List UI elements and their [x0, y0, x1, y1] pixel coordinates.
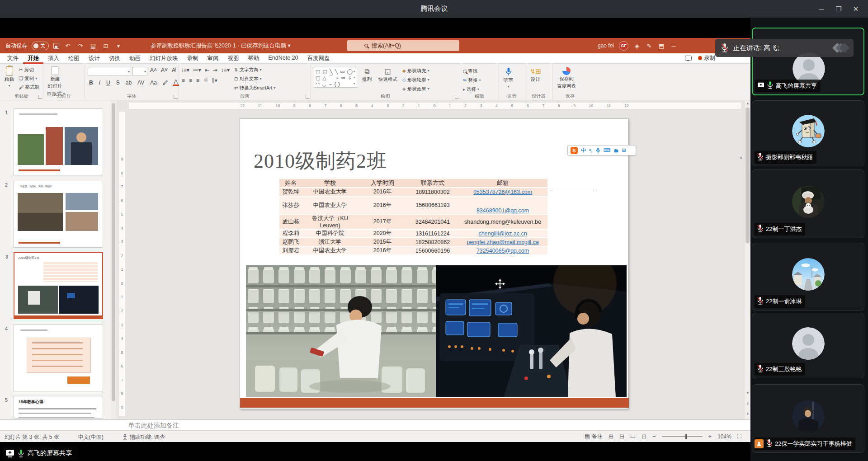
fit-to-window-icon[interactable]: ⛶ — [737, 433, 741, 440]
participant-tile[interactable]: 22制一俞冰琳 — [752, 243, 864, 310]
slide-canvas[interactable]: 2010级制药2班 S 中 ᵒ, ⌨ 🖿 ⊞ 姓名学校入学时间联系方式邮箱贺乾坤… — [240, 118, 628, 409]
numbering-icon[interactable]: ≔▾ — [193, 67, 201, 73]
next-slide-button[interactable]: ⇟ — [745, 412, 750, 416]
shape-effects-button[interactable]: ◈形状效果▾ — [402, 85, 429, 93]
zoom-out-icon[interactable]: − — [652, 433, 656, 440]
close-button[interactable]: ✕ — [847, 0, 864, 18]
ime-toolbox-icon[interactable]: 🖿 — [613, 148, 618, 153]
comments-icon[interactable] — [685, 56, 692, 61]
ime-keyboard-icon[interactable]: ⌨ — [604, 147, 611, 153]
font-name-combo[interactable]: ▾ — [88, 67, 131, 76]
slide-title[interactable]: 2010级制药2班 — [254, 148, 387, 174]
record-button[interactable]: 录制 — [698, 54, 715, 62]
columns-icon[interactable]: ⫼▾ — [212, 77, 217, 84]
tab-绘图[interactable]: 绘图 — [64, 53, 84, 64]
ppt-minimize-icon[interactable]: ─ — [670, 42, 677, 49]
ime-mic-icon[interactable] — [596, 147, 600, 154]
minimize-button[interactable]: ─ — [813, 0, 830, 18]
save-icon[interactable] — [53, 43, 59, 49]
arrange-button[interactable]: ⧉ 排列 — [360, 67, 373, 83]
reading-view-icon[interactable]: ▭ — [630, 433, 636, 440]
maximize-button[interactable]: ❐ — [830, 0, 847, 18]
tab-审阅[interactable]: 审阅 — [203, 53, 223, 64]
shrink-font-button[interactable]: A˅ — [160, 67, 169, 76]
customize-toolbar-icon[interactable]: ▾ — [114, 42, 123, 49]
slide-thumbnail-5[interactable]: 515年教学心得: — [14, 396, 103, 419]
font-button-I[interactable]: I — [98, 80, 102, 86]
language-status[interactable]: 中文(中国) — [78, 433, 104, 441]
shapes-gallery[interactable]: ◳ ◱ ╲ ╲ ▭ ◯ ▢ △ ⌒ ⌁ ⇨ ⇩ ◠ ◡ ⌣ { } ▴▾▾ — [314, 67, 357, 88]
print-preview-icon[interactable]: ▤ — [89, 42, 97, 49]
dialog-launcher-icon[interactable] — [306, 95, 310, 99]
email-link[interactable]: pengfei.zhao@mail.mcgill.ca — [467, 239, 538, 245]
format-painter-button[interactable]: 🖌格式刷 — [19, 83, 39, 91]
email-link[interactable]: 834689001@qq.com — [476, 207, 529, 214]
font-button-AV[interactable]: AV — [136, 80, 146, 86]
font-color-button[interactable]: A — [173, 80, 179, 86]
participant-tile[interactable]: 摄影部副部韦秋丽 — [752, 100, 864, 166]
ime-lang-icon[interactable]: 中 — [581, 147, 586, 154]
slide-thumbnail-2[interactable]: 2韩建普、刘清松、周伟、胡锐云 — [14, 181, 103, 248]
lab-photo[interactable] — [246, 265, 436, 397]
email-link[interactable]: chenglili@ioz.ac.cn — [478, 230, 527, 237]
autosave-toggle[interactable]: 关 — [32, 42, 49, 50]
designer-button[interactable]: ↯⊞ 设计 — [528, 67, 543, 83]
participant-tile[interactable]: 高飞的屏幕共享 — [752, 28, 864, 95]
save-to-baidu-button[interactable]: 保存到百度网盘 — [555, 67, 578, 89]
tab-幻灯片放映[interactable]: 幻灯片放映 — [145, 53, 183, 64]
tab-切换[interactable]: 切换 — [104, 53, 125, 64]
grow-font-button[interactable]: A˄ — [149, 67, 158, 76]
clear-format-button[interactable]: A̸ — [170, 67, 177, 76]
participant-tile[interactable]: 22制一丁洪杰 — [752, 169, 864, 238]
premium-gem-icon[interactable]: ◈ — [633, 42, 641, 49]
highlight-color-button[interactable]: 🖉 — [161, 80, 170, 86]
font-button-ab[interactable]: ab — [124, 80, 133, 86]
document-title[interactable]: 参评副教授职称汇报告高飞2020-1 · 已保存到这台电脑 ▾ — [151, 42, 291, 50]
email-link[interactable]: 0535378726@163.com — [473, 189, 532, 195]
sogou-logo-icon[interactable]: S — [571, 147, 578, 154]
select-button[interactable]: ▸选择▾ — [463, 85, 481, 94]
line-spacing-icon[interactable]: ↕≡▾ — [221, 67, 230, 73]
bullets-icon[interactable]: ⁝≡▾ — [182, 67, 189, 73]
cockpit-photo[interactable] — [436, 265, 627, 397]
tab-开始[interactable]: 开始 — [23, 53, 43, 64]
notes-toggle[interactable]: ▤ 备注 — [585, 433, 603, 440]
shapes-scroll[interactable]: ▴▾▾ — [352, 67, 357, 87]
slide-thumbnail-1[interactable]: 1 — [14, 108, 103, 175]
sogou-ime-toolbar[interactable]: S 中 ᵒ, ⌨ 🖿 ⊞ — [567, 145, 636, 155]
quick-styles-button[interactable]: ◲ 快速样式 — [377, 67, 399, 83]
ime-punct-icon[interactable]: ᵒ, — [589, 148, 593, 153]
align-text-button[interactable]: ⊡对齐文本▾ — [234, 75, 275, 83]
text-direction-button[interactable]: ⇅文字方向▾ — [234, 66, 275, 74]
zoom-level[interactable]: 104% — [717, 433, 731, 440]
accessibility-status[interactable]: 辅助功能: 调查 — [123, 433, 165, 441]
slideshow-icon[interactable]: ⊡ — [102, 42, 110, 49]
email-link[interactable]: 732540065@qq.com — [476, 248, 529, 254]
align-left-icon[interactable]: ≡ — [182, 77, 185, 84]
dialog-launcher-icon[interactable] — [38, 95, 42, 99]
font-button-U[interactable]: U — [105, 80, 112, 86]
font-size-combo[interactable]: ▾ — [132, 67, 147, 76]
redo-icon[interactable]: ↷ — [76, 42, 85, 49]
zoom-slider[interactable] — [662, 436, 703, 437]
align-center-icon[interactable]: ≡ — [189, 77, 192, 84]
shape-fill-button[interactable]: ◆形状填充▾ — [402, 66, 429, 75]
collapse-ribbon-icon[interactable]: ˄ — [740, 155, 742, 160]
indent-icon[interactable]: ⇥ — [213, 67, 217, 73]
outdent-icon[interactable]: ⇤ — [205, 67, 209, 73]
replace-button[interactable]: ⇋替换▾ — [463, 76, 481, 85]
slide-thumbnail-4[interactable]: 4 — [14, 325, 103, 391]
tab-录制[interactable]: 录制 — [183, 53, 203, 64]
slide-thumbnail-3[interactable]: 32010级制药2班 — [14, 252, 103, 319]
participant-tile[interactable]: 22保一学实部实习干事杨梓健 — [752, 384, 864, 453]
laser-pen-icon[interactable]: ✎ — [646, 42, 653, 49]
font-button-B[interactable]: B — [88, 80, 94, 86]
tab-设计[interactable]: 设计 — [84, 53, 104, 64]
dialog-launcher-icon[interactable] — [174, 95, 178, 99]
dialog-launcher-icon[interactable] — [455, 95, 459, 99]
new-slide-button[interactable]: 新建幻灯片 — [46, 66, 64, 89]
tab-百度网盘[interactable]: 百度网盘 — [303, 53, 335, 64]
slide-sorter-icon[interactable]: ⊟ — [619, 433, 624, 440]
font-button-Aa[interactable]: Aa — [149, 80, 158, 86]
copy-button[interactable]: ❏复制▾ — [19, 74, 39, 83]
